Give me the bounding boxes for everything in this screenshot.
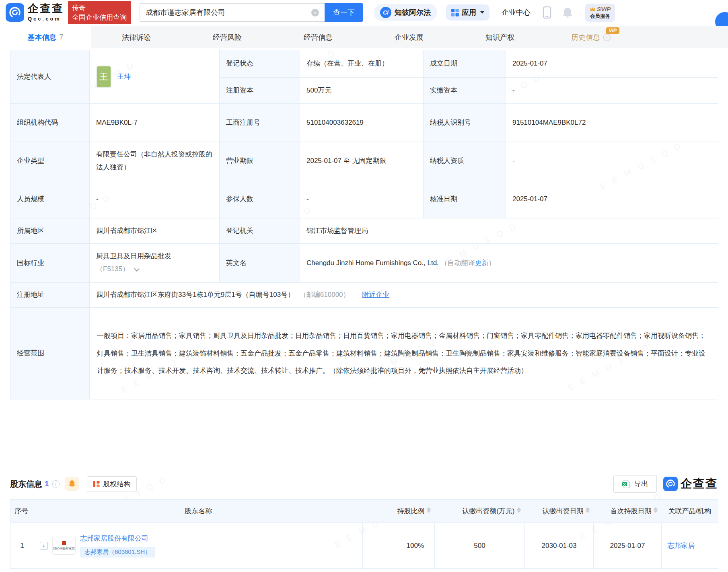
shareholder-row: 1 + ZBOM志邦家居 志邦家居股份有限公司 志邦家居（603801.SH） … [10,523,718,569]
tab-operation-info[interactable]: 经营信息 [273,26,364,48]
insured-count-label: 参保人数 [220,180,300,218]
biz-scope-label: 经营范围 [10,308,90,399]
shareholders-info-icon[interactable]: i [52,480,60,488]
col-subscribed-amount[interactable]: 认缴出资额(万元) [435,500,525,523]
sort-icon[interactable] [517,507,521,513]
reg-authority-value: 锦江市场监督管理局 [300,218,718,244]
top-bar: 企查查 Qcc.com 传奇 全国企业信用查询 × 查一下 Ci 知彼阿尔法 应… [0,0,728,25]
qcc-logo[interactable]: 企查查 Qcc.com [6,3,64,22]
legal-rep-avatar[interactable]: 王 [96,66,111,88]
biz-reg-no-value: 510104003632619 [300,104,424,142]
first-hold-date-cell: 2025-01-07 [594,523,662,569]
staff-size-value: - [90,180,220,218]
related-product-link[interactable]: 志邦家居 [667,542,695,549]
paid-capital-value: - [506,78,718,104]
shareholder-stock-tag[interactable]: 志邦家居（603801.SH） [80,547,155,558]
notifications-bell-icon[interactable] [562,6,573,19]
amount-cell: 500 [435,523,525,569]
chevron-down-icon [480,11,484,14]
sort-icon[interactable] [427,507,431,513]
col-subscribe-date[interactable]: 认缴出资日期 [525,500,594,523]
biz-term-value: 2025-01-07 至 无固定期限 [300,142,424,180]
history-info-icon[interactable]: i [603,34,611,41]
col-first-hold-date[interactable]: 首次持股日期 [594,500,662,523]
zhibi-alpha-icon: Ci [380,7,391,18]
biz-term-label: 营业期限 [220,142,300,180]
shareholders-title: 股东信息 [10,479,42,490]
shareholders-table: 序号 股东名称 持股比例 认缴出资额(万元) 认缴出资日期 首次持股日期 关联产… [10,499,718,569]
shareholders-table-header-row: 序号 股东名称 持股比例 认缴出资额(万元) 认缴出资日期 首次持股日期 关联产… [10,500,718,523]
col-shareholder-name: 股东名称 [34,500,363,523]
tab-basic-info[interactable]: 基本信息 7 [0,26,91,48]
org-code-value: MAE9BK0L-7 [90,104,220,142]
insured-count-value: - [300,180,424,218]
search-input[interactable] [140,3,325,22]
tab-operation-risk[interactable]: 经营风险 [182,26,273,48]
zhibi-alpha-link[interactable]: Ci 知彼阿尔法 [374,4,437,21]
biz-reg-no-label: 工商注册号 [220,104,300,142]
brand-domain: Qcc.com [28,16,64,22]
excel-icon [622,480,630,488]
zhibi-alpha-label: 知彼阿尔法 [395,8,431,17]
nearby-companies-link[interactable]: 附近企业 [362,291,389,298]
reg-address-value: 四川省成都市锦江区东府街33号1栋1单元9层1号（自编号103号） （邮编610… [90,283,718,308]
svip-label: SVIP [597,6,611,12]
postcode: （邮编610000） [300,291,350,298]
tab-history-info[interactable]: 历史信息 i VIP [545,26,636,48]
related-product-cell: 志邦家居 [662,523,718,569]
reg-capital-label: 注册资本 [220,78,300,104]
org-code-label: 组织机构代码 [10,104,90,142]
equity-structure-button[interactable]: 股权结构 [87,476,137,492]
zbom-logo-mark [62,541,66,545]
search-button[interactable]: 查一下 [325,3,363,22]
shareholder-name-link[interactable]: 志邦家居股份有限公司 [80,534,148,543]
company-info-table: 法定代表人 王 王坤 登记状态 存续（在营、开业、在册） 成立日期 2025-0… [10,50,718,399]
col-ratio[interactable]: 持股比例 [363,500,435,523]
monitor-bell-button[interactable] [65,477,79,491]
tab-intellectual-property[interactable]: 知识产权 [454,26,545,48]
shareholder-logo[interactable]: ZBOM志邦家居 [52,537,76,555]
expand-row-button[interactable]: + [40,542,48,550]
row-index: 1 [10,523,34,569]
english-name-value: Chengdu Jinzhi Home Furnishings Co., Ltd… [300,244,718,283]
detail-tabs: 基本信息 7 法律诉讼 经营风险 经营信息 企业发展 知识产权 历史信息 i V… [0,26,728,48]
promo-line2: 全国企业信用查询 [72,13,127,23]
ratio-cell: 100% [363,523,435,569]
approval-date-value: 2025-01-07 [506,180,718,218]
qcc-watermark-logo: 企查查 [663,476,718,492]
orange-bell-icon [68,480,76,488]
promo-line1: 传奇 [72,3,127,13]
tab-company-development[interactable]: 企业发展 [364,26,454,48]
industry-expand-chevron-icon[interactable] [134,263,140,276]
taxpayer-id-label: 纳税人识别号 [424,104,506,142]
subscribe-date-cell: 2030-01-03 [525,523,594,569]
company-type-value: 有限责任公司（非自然人投资或控股的法人独资） [90,142,220,180]
region-label: 所属地区 [10,218,90,244]
translate-update-link[interactable]: 更新 [475,259,489,267]
crown-icon [590,7,596,11]
shareholders-section: 股东信息 1 i 股权结构 导出 [10,475,718,569]
reg-status-value: 存续（在营、开业、在册） [300,50,424,78]
legal-rep-label: 法定代表人 [10,50,90,104]
enterprise-center-link[interactable]: 企业中心 [502,8,531,17]
promo-badge: 传奇 全国企业信用查询 [68,1,131,24]
industry-value: 厨具卫具及日用杂品批发 （F5135） [90,244,220,283]
svip-sublabel: 会员服务 [590,13,611,20]
sort-icon[interactable] [586,507,590,513]
export-button[interactable]: 导出 [613,475,657,493]
taxpayer-qual-label: 纳税人资质 [424,142,506,180]
mobile-app-icon[interactable] [543,6,551,19]
est-date-label: 成立日期 [424,50,506,78]
clear-search-icon[interactable]: × [311,9,319,16]
tab-basic-count: 7 [59,33,63,41]
apps-menu[interactable]: 应用 [446,4,489,21]
biz-scope-value: 一般项目：家居用品销售；家具销售；厨具卫具及日用杂品批发；日用杂品销售；日用百货… [90,308,718,399]
legal-rep-link[interactable]: 王坤 [117,70,131,83]
sort-icon[interactable] [654,507,658,513]
english-name-label: 英文名 [220,244,300,283]
reg-authority-label: 登记机关 [220,218,300,244]
col-index: 序号 [10,500,34,523]
tab-legal-litigation[interactable]: 法律诉讼 [91,26,182,48]
svip-membership-button[interactable]: SVIP 会员服务 [585,4,615,22]
shareholders-header: 股东信息 1 i 股权结构 导出 [10,475,718,493]
